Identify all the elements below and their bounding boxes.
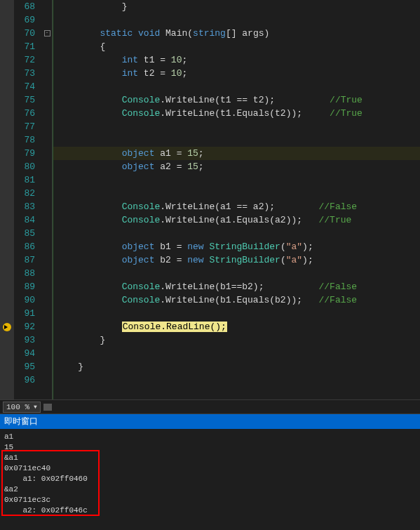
code-line[interactable]: } bbox=[53, 360, 420, 373]
line-number: 85 bbox=[14, 227, 35, 240]
code-editor[interactable]: 6869707172737475767778798081828384858687… bbox=[0, 0, 420, 399]
code-content[interactable]: } static void Main(string[] args) { int … bbox=[53, 0, 420, 399]
code-line[interactable]: int t1 = 10; bbox=[53, 53, 420, 67]
code-line[interactable]: } bbox=[53, 333, 420, 347]
code-line[interactable]: Console.WriteLine(b1==b2); //False bbox=[53, 280, 420, 293]
code-line[interactable]: int t2 = 10; bbox=[53, 67, 420, 80]
line-number: 88 bbox=[14, 267, 35, 280]
code-line[interactable] bbox=[53, 187, 420, 200]
code-line[interactable] bbox=[53, 373, 420, 387]
immediate-line: a1: 0x02ff0460 bbox=[4, 474, 416, 484]
hscroll-button[interactable] bbox=[43, 404, 52, 411]
breakpoint-margin[interactable] bbox=[0, 0, 14, 399]
line-number: 68 bbox=[14, 0, 35, 13]
immediate-line: a2: 0x02ff046c bbox=[4, 505, 416, 516]
code-line[interactable]: object b2 = new StringBuilder("a"); bbox=[53, 253, 420, 267]
line-number: 82 bbox=[14, 187, 35, 200]
fold-margin[interactable]: - bbox=[42, 0, 53, 399]
code-line[interactable]: Console.WriteLine(b1.Equals(b2)); //Fals… bbox=[53, 293, 420, 307]
immediate-line: &a2 bbox=[4, 484, 416, 495]
code-line[interactable] bbox=[53, 133, 420, 147]
zoom-bar: 100 % ▼ bbox=[0, 399, 420, 413]
line-number-gutter: 6869707172737475767778798081828384858687… bbox=[14, 0, 42, 399]
line-number: 75 bbox=[14, 93, 35, 107]
code-line[interactable]: } bbox=[53, 0, 420, 13]
line-number: 74 bbox=[14, 80, 35, 93]
immediate-window: 即时窗口 a115&a10x0711ec40 a1: 0x02ff0460&a2… bbox=[0, 413, 420, 530]
line-number: 92 bbox=[14, 320, 35, 333]
execution-pointer-icon bbox=[3, 323, 11, 331]
line-number: 94 bbox=[14, 347, 35, 360]
line-number: 69 bbox=[14, 13, 35, 27]
line-number: 81 bbox=[14, 173, 35, 187]
immediate-window-title[interactable]: 即时窗口 bbox=[0, 414, 420, 429]
code-line[interactable] bbox=[53, 227, 420, 240]
line-number: 78 bbox=[14, 133, 35, 147]
code-line[interactable]: Console.WriteLine(t1.Equals(t2)); //True bbox=[53, 107, 420, 120]
immediate-window-body[interactable]: a115&a10x0711ec40 a1: 0x02ff0460&a20x071… bbox=[0, 429, 420, 530]
code-line[interactable] bbox=[53, 267, 420, 280]
code-line[interactable]: object a2 = 15; bbox=[53, 160, 420, 173]
line-number: 90 bbox=[14, 293, 35, 307]
code-line[interactable]: Console.WriteLine(a1 == a2); //False bbox=[53, 200, 420, 213]
immediate-line: a1 bbox=[4, 432, 416, 442]
line-number: 84 bbox=[14, 213, 35, 227]
zoom-dropdown[interactable]: 100 % ▼ bbox=[3, 402, 41, 413]
line-number: 72 bbox=[14, 53, 35, 67]
line-number: 89 bbox=[14, 280, 35, 293]
immediate-line: 0x0711ec3c bbox=[4, 495, 416, 505]
line-number: 86 bbox=[14, 240, 35, 253]
code-line[interactable]: object a1 = 15; bbox=[53, 147, 420, 160]
code-line[interactable]: { bbox=[53, 40, 420, 53]
line-number: 93 bbox=[14, 333, 35, 347]
immediate-line: 0x0711ec40 bbox=[4, 463, 416, 474]
line-number: 87 bbox=[14, 253, 35, 267]
line-number: 76 bbox=[14, 107, 35, 120]
code-line[interactable] bbox=[53, 120, 420, 133]
code-line[interactable]: Console.WriteLine(a1.Equals(a2)); //True bbox=[53, 213, 420, 227]
code-line[interactable]: Console.ReadLine(); bbox=[53, 320, 420, 333]
line-number: 70 bbox=[14, 27, 35, 40]
fold-toggle-icon[interactable]: - bbox=[44, 30, 50, 37]
code-line[interactable] bbox=[53, 173, 420, 187]
code-line[interactable] bbox=[53, 13, 420, 27]
code-line[interactable]: Console.WriteLine(t1 == t2); //True bbox=[53, 93, 420, 107]
zoom-level: 100 % bbox=[6, 403, 29, 411]
immediate-line: &a1 bbox=[4, 453, 416, 463]
line-number: 80 bbox=[14, 160, 35, 173]
code-line[interactable] bbox=[53, 347, 420, 360]
line-number: 83 bbox=[14, 200, 35, 213]
line-number: 77 bbox=[14, 120, 35, 133]
line-number: 71 bbox=[14, 40, 35, 53]
code-line[interactable]: object b1 = new StringBuilder("a"); bbox=[53, 240, 420, 253]
line-number: 73 bbox=[14, 67, 35, 80]
line-number: 79 bbox=[14, 147, 35, 160]
chevron-down-icon: ▼ bbox=[34, 404, 37, 410]
line-number: 91 bbox=[14, 307, 35, 320]
code-line[interactable] bbox=[53, 307, 420, 320]
code-line[interactable] bbox=[53, 80, 420, 93]
immediate-line: 15 bbox=[4, 442, 416, 453]
line-number: 95 bbox=[14, 360, 35, 373]
line-number: 96 bbox=[14, 373, 35, 387]
code-line[interactable]: static void Main(string[] args) bbox=[53, 27, 420, 40]
